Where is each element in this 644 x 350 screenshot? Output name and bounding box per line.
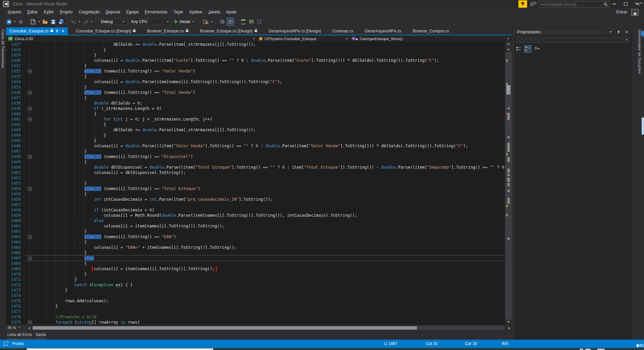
fold-collapse-icon[interactable] — [28, 155, 32, 159]
toolbox-side-tab[interactable]: Caixa de Ferramentas — [0, 27, 6, 331]
code-line[interactable]: 1441 for (int j = 0; j < _strArmazens.Le… — [6, 117, 505, 122]
code-line[interactable]: 1439 if (_strArmazens.Length > 0) — [6, 106, 505, 111]
toggle-header-code-button[interactable] — [227, 18, 234, 26]
code-line[interactable]: 1430 colunas[i] = double.Parse(((item["C… — [6, 58, 505, 63]
project-dropdown[interactable]: C# Cirius 3.00 — [6, 35, 257, 42]
menu-item-equipe[interactable]: Equipe — [123, 10, 142, 14]
code-line[interactable]: 1445 } — [6, 138, 505, 143]
code-line[interactable]: 1456 int intCasasDecimais = int.Parse(it… — [6, 197, 505, 202]
code-line[interactable]: 1470 } — [6, 272, 505, 277]
menu-item-depurar[interactable]: Depurar — [103, 10, 123, 14]
document-tab[interactable]: GerarArquivoNFe.cs — [361, 27, 405, 35]
feedback-filter-button[interactable] — [518, 0, 527, 8]
minimize-button[interactable] — [609, 0, 620, 8]
bookmark-button[interactable] — [256, 18, 263, 25]
redo-button[interactable] — [82, 18, 89, 25]
code-line[interactable]: 1457 — [6, 202, 505, 207]
scroll-down-icon[interactable] — [507, 321, 510, 323]
code-line[interactable]: 1462 } — [6, 229, 505, 234]
code-line[interactable]: 1438 double dblSaldo = 0; — [6, 101, 505, 106]
code-line[interactable]: 1427 dblSaldo += double.Parse(item[_strA… — [6, 42, 505, 47]
document-tab[interactable]: Browser_Estoque.cs — [144, 27, 192, 35]
menu-item-analise[interactable]: Análise — [186, 10, 205, 14]
uncomment-selection-button[interactable] — [248, 18, 255, 25]
code-line[interactable]: 1434 colunas[i] = double.Parse(item[name… — [6, 79, 505, 84]
new-file-button[interactable] — [30, 18, 36, 25]
code-line[interactable]: 1452 — [6, 175, 505, 181]
code-line[interactable]: 1447 } — [6, 149, 505, 154]
scroll-right-icon[interactable] — [508, 327, 510, 330]
code-line[interactable]: 1469 colunas[i] = item[names[i].ToString… — [6, 266, 505, 272]
code-line[interactable]: 1467 else — [6, 255, 505, 261]
menu-item-arquivo[interactable]: Arquivo — [5, 10, 24, 14]
code-line[interactable]: 1435 } — [6, 84, 505, 90]
panel-pin-icon[interactable] — [616, 29, 621, 35]
code-line[interactable]: 1443 dblSaldo += double.Parse(item[_strA… — [6, 127, 505, 133]
code-line[interactable]: 1451 colunas[i] = dblDisponivel.ToString… — [6, 170, 505, 175]
fold-collapse-icon[interactable] — [28, 321, 32, 324]
document-tab[interactable]: Consultar_Estoque.cs [Design] — [72, 27, 139, 35]
error-list-tab[interactable]: Lista de Erros — [7, 332, 32, 337]
vertical-scrollbar[interactable] — [505, 42, 512, 325]
code-line[interactable]: 1436 else if (names[i].ToString() == "To… — [6, 90, 505, 95]
menu-item-compilacao[interactable]: Compilação — [75, 10, 103, 14]
code-line[interactable]: 1450 double dblDisponivel = double.Parse… — [6, 165, 505, 170]
solution-platform-dropdown[interactable]: Any CPU — [129, 18, 171, 25]
categorized-icon[interactable] — [516, 46, 521, 52]
code-line[interactable]: 1432 else if (names[i].ToString() == "Va… — [6, 68, 505, 74]
solution-configuration-dropdown[interactable]: Debug — [99, 18, 127, 25]
output-tab[interactable]: Saída — [35, 332, 46, 337]
fold-collapse-icon[interactable] — [28, 187, 32, 191]
undo-dropdown[interactable] — [78, 21, 80, 22]
code-line[interactable]: 1477 — [6, 309, 505, 314]
zoom-control-dropdown[interactable]: 95 % — [6, 325, 26, 330]
code-line[interactable]: 1475 rows.Add(colunas); — [6, 298, 505, 304]
fold-collapse-icon[interactable] — [28, 107, 32, 111]
horizontal-scrollbar-thumb[interactable] — [33, 326, 417, 330]
editor-split-handle[interactable] — [506, 42, 511, 47]
code-line[interactable]: 1472 catch (Exception ex) { } — [6, 282, 505, 288]
start-debugging-button[interactable]: Iniciar — [173, 18, 197, 25]
comment-selection-button[interactable] — [240, 18, 247, 25]
quick-launch-search-input[interactable]: Início Rápido (Ctrl+Q) — [538, 1, 610, 7]
code-line[interactable]: 1458 if (intCasasDecimais > 0) — [6, 207, 505, 213]
close-tab-icon[interactable]: ✕ — [61, 29, 64, 33]
property-pages-key-icon[interactable] — [534, 46, 540, 52]
code-line[interactable]: 1478 //Preenche o Grid — [6, 314, 505, 320]
menu-item-exibir[interactable]: Exibir — [41, 10, 57, 14]
scroll-left-icon[interactable] — [28, 327, 30, 330]
properties-title-bar[interactable]: Propriedades ✕ — [514, 29, 632, 35]
member-dropdown[interactable]: CarregarEstoque_Novo() — [350, 35, 512, 42]
tab-scroll-left-icon[interactable]: « — [635, 1, 637, 6]
code-line[interactable]: 1464 { — [6, 239, 505, 245]
menu-item-ferramentas[interactable]: Ferramentas — [142, 10, 170, 14]
menu-item-editar[interactable]: Editar — [24, 10, 41, 14]
solution-explorer-side-tab[interactable]: Gerenciador de Soluções — [637, 27, 644, 340]
document-tab[interactable]: Consultar_Estoque.cs✕ — [6, 27, 68, 35]
menu-item-ajuda[interactable]: Ajuda — [223, 10, 239, 14]
code-line[interactable]: 1442 { — [6, 122, 505, 127]
code-line[interactable]: 1446 colunas[i] = double.Parse(((item["V… — [6, 143, 505, 149]
code-line[interactable]: 1465 colunas[i] = "EAN=" + item[names[i]… — [6, 245, 505, 250]
find-in-files-button[interactable] — [202, 18, 209, 25]
panel-options-dropdown[interactable] — [608, 29, 613, 35]
feedback-smiley-icon[interactable] — [530, 1, 536, 8]
code-line[interactable]: 1473 } — [6, 288, 505, 293]
document-tab[interactable]: Browser_Estoque.cs [Design] — [196, 27, 260, 35]
code-line[interactable]: 1428 } — [6, 47, 505, 52]
code-line[interactable]: 1461 colunas[i] = item[names[i].ToString… — [6, 223, 505, 229]
navigate-to-definition-button[interactable] — [219, 18, 225, 25]
document-tab[interactable]: Conexao.cs — [329, 27, 356, 35]
document-tab[interactable]: Browser_Compra.cs — [409, 27, 452, 35]
open-file-button[interactable] — [42, 18, 48, 25]
code-line[interactable]: 1459 colunas[i] = Math.Round(double.Pars… — [6, 213, 505, 218]
code-line[interactable]: 1479 foreach (string[] rowArray in rows) — [6, 320, 505, 325]
navigate-backward-button[interactable] — [5, 18, 12, 25]
code-editor[interactable]: 1427 dblSaldo += double.Parse(item[_strA… — [6, 42, 512, 325]
pin-icon[interactable] — [55, 29, 59, 33]
code-line[interactable]: 1474 — [6, 293, 505, 298]
type-dropdown[interactable]: CPSystem.Consultar_Estoque — [257, 35, 350, 42]
code-line[interactable]: 1454 else if (names[i].ToString() == "To… — [6, 186, 505, 191]
code-line[interactable]: 1463 else if (names[i].ToString() == "EA… — [6, 234, 505, 239]
redo-dropdown[interactable] — [91, 21, 93, 22]
